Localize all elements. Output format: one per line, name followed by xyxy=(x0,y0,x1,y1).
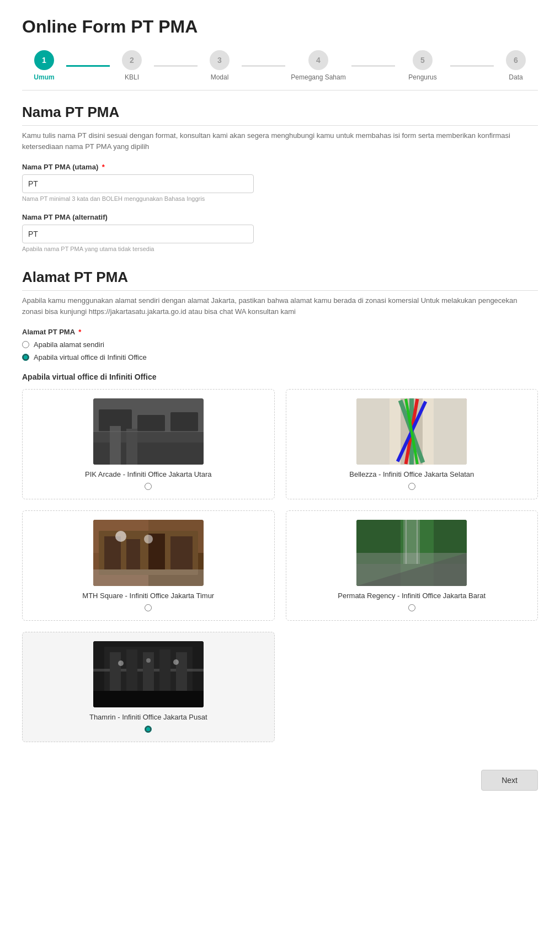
office-card-permata[interactable]: Permata Regency - Infiniti Office Jakart… xyxy=(286,510,538,621)
step-2-label: KBLI xyxy=(125,73,139,81)
radio-input-virtual[interactable] xyxy=(22,354,29,361)
section-nama-desc: Kamu tulis nama PT disini sesuai dengan … xyxy=(22,130,538,152)
svg-point-49 xyxy=(118,660,124,666)
input-nama-utama[interactable]: PT xyxy=(22,174,254,193)
radio-alamat-virtual[interactable]: Apabila virtual office di Infiniti Offic… xyxy=(22,353,538,361)
required-indicator-utama: * xyxy=(102,163,105,171)
virtual-office-section: Apabila virtual office di Infiniti Offic… xyxy=(22,372,538,742)
radio-label-sendiri: Apabila alamat sendiri xyxy=(34,340,104,349)
step-1-circle[interactable]: 1 xyxy=(34,50,54,70)
svg-rect-7 xyxy=(126,429,137,465)
step-5-label: Pengurus xyxy=(408,73,436,81)
office-grid-row2: MTH Square - Infiniti Office Jakarta Tim… xyxy=(22,510,538,621)
page-title: Online Form PT PMA xyxy=(22,17,538,37)
office-card-bellezza[interactable]: Bellezza - Infiniti Office Jakarta Selat… xyxy=(286,389,538,499)
svg-rect-26 xyxy=(170,536,193,569)
svg-rect-17 xyxy=(356,398,390,465)
office-name-permata: Permata Regency - Infiniti Office Jakart… xyxy=(338,592,486,600)
bottom-bar: Next xyxy=(22,759,538,791)
required-indicator-alamat: * xyxy=(78,328,81,336)
office-grid-row1: PIK Arcade - Infiniti Office Jakarta Uta… xyxy=(22,389,538,499)
step-6-label: Data xyxy=(509,73,522,81)
field-group-nama-alternatif: Nama PT PMA (alternatif) PT Apabila nama… xyxy=(22,213,538,252)
office-radio-thamrin[interactable] xyxy=(145,726,152,733)
step-4-circle[interactable]: 4 xyxy=(308,50,328,70)
office-name-pik: PIK Arcade - Infiniti Office Jakarta Uta… xyxy=(85,470,212,478)
step-4-label: Pemegang Saham xyxy=(291,73,345,81)
field-group-nama-utama: Nama PT PMA (utama) * PT Nama PT minimal… xyxy=(22,163,538,202)
office-radio-bellezza[interactable] xyxy=(408,483,415,490)
svg-point-29 xyxy=(144,535,153,544)
office-radio-mth[interactable] xyxy=(145,604,152,611)
input-nama-alternatif[interactable]: PT xyxy=(22,225,254,243)
office-single-row: Thamrin - Infiniti Office Jakarta Pusat xyxy=(22,632,538,742)
field-label-nama-alternatif: Nama PT PMA (alternatif) xyxy=(22,213,538,221)
svg-rect-18 xyxy=(434,398,467,465)
office-img-pik xyxy=(93,398,204,465)
radio-input-sendiri[interactable] xyxy=(22,341,29,348)
office-img-permata xyxy=(356,520,467,586)
field-hint-nama-utama: Nama PT minimal 3 kata dan BOLEH menggun… xyxy=(22,195,538,202)
svg-rect-23 xyxy=(104,536,121,569)
office-name-thamrin: Thamrin - Infiniti Office Jakarta Pusat xyxy=(89,713,207,721)
office-card-pik[interactable]: PIK Arcade - Infiniti Office Jakarta Uta… xyxy=(22,389,275,499)
svg-point-50 xyxy=(146,658,151,663)
svg-rect-3 xyxy=(137,415,165,431)
office-img-mth xyxy=(93,520,204,586)
section-nama-title: Nama PT PMA xyxy=(22,104,538,126)
section-nama: Nama PT PMA Kamu tulis nama PT disini se… xyxy=(22,104,538,252)
office-name-bellezza: Bellezza - Infiniti Office Jakarta Selat… xyxy=(349,470,474,478)
svg-rect-48 xyxy=(93,691,204,707)
radio-label-virtual: Apabila virtual office di Infiniti Offic… xyxy=(34,353,147,361)
radio-alamat-sendiri[interactable]: Apabila alamat sendiri xyxy=(22,340,538,349)
step-3-label: Modal xyxy=(211,73,229,81)
svg-rect-37 xyxy=(403,520,420,564)
svg-rect-44 xyxy=(126,649,137,696)
stepper: 1 Umum 2 KBLI 3 Modal 4 Pemegang Saham 5… xyxy=(22,50,538,81)
office-name-mth: MTH Square - Infiniti Office Jakarta Tim… xyxy=(82,592,214,600)
step-3-circle[interactable]: 3 xyxy=(210,50,230,70)
office-img-bellezza xyxy=(356,398,467,465)
field-label-alamat: Alamat PT PMA * xyxy=(22,328,538,336)
step-5-circle[interactable]: 5 xyxy=(413,50,433,70)
section-alamat-desc: Apabila kamu menggunakan alamat sendiri … xyxy=(22,295,538,317)
office-img-thamrin xyxy=(93,641,204,707)
field-hint-nama-alternatif: Apabila nama PT PMA yang utama tidak ter… xyxy=(22,246,538,252)
field-label-nama-utama: Nama PT PMA (utama) * xyxy=(22,163,538,171)
svg-rect-27 xyxy=(93,569,204,586)
step-6-circle[interactable]: 6 xyxy=(506,50,526,70)
section-alamat: Alamat PT PMA Apabila kamu menggunakan a… xyxy=(22,269,538,742)
svg-rect-47 xyxy=(176,652,187,696)
step-1-label: Umum xyxy=(34,73,54,81)
svg-rect-43 xyxy=(110,652,121,696)
alamat-radio-group: Apabila alamat sendiri Apabila virtual o… xyxy=(22,340,538,361)
virtual-office-section-label: Apabila virtual office di Infiniti Offic… xyxy=(22,372,538,381)
svg-point-51 xyxy=(173,659,179,665)
office-card-mth[interactable]: MTH Square - Infiniti Office Jakarta Tim… xyxy=(22,510,275,621)
svg-rect-46 xyxy=(159,649,170,696)
step-2-circle[interactable]: 2 xyxy=(122,50,142,70)
office-radio-pik[interactable] xyxy=(145,483,152,490)
office-card-thamrin[interactable]: Thamrin - Infiniti Office Jakarta Pusat xyxy=(22,632,275,742)
svg-rect-4 xyxy=(170,412,198,431)
section-alamat-title: Alamat PT PMA xyxy=(22,269,538,291)
svg-point-28 xyxy=(115,531,126,542)
next-button[interactable]: Next xyxy=(481,770,538,791)
svg-rect-24 xyxy=(126,539,140,569)
office-radio-permata[interactable] xyxy=(408,604,415,611)
